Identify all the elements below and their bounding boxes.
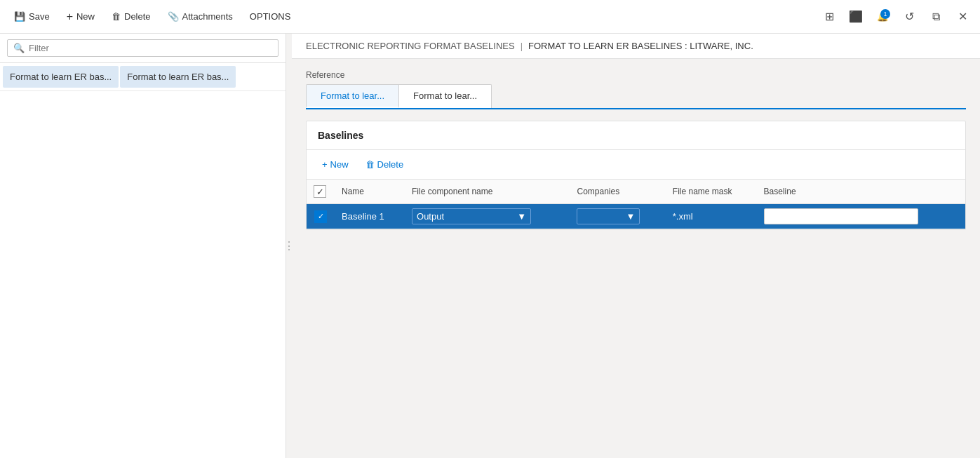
delete-button[interactable]: 🗑 Delete <box>105 7 158 26</box>
row-checkbox[interactable]: ✓ <box>314 210 327 223</box>
companies-dropdown[interactable]: ▼ <box>577 208 640 224</box>
attachments-label: Attachments <box>182 11 233 22</box>
baselines-table-scroll: ✓ Name File component name Companies Fil… <box>307 180 965 229</box>
options-label: OPTIONS <box>250 11 291 22</box>
restore-icon[interactable]: ⧉ <box>925 6 946 27</box>
delete-icon: 🗑 <box>112 11 121 22</box>
content-area: Reference Format to lear... Format to le… <box>292 59 980 458</box>
reference-tabs: Format to lear... Format to lear... <box>306 84 966 109</box>
close-icon[interactable]: ✕ <box>952 6 973 27</box>
new-button[interactable]: + New <box>60 6 102 27</box>
main-layout: 🔍 Format to learn ER bas... Format to le… <box>0 34 980 458</box>
col-check: ✓ <box>307 180 335 204</box>
reference-label: Reference <box>306 70 966 80</box>
trash-icon: 🗑 <box>365 159 375 170</box>
breadcrumb: ELECTRONIC REPORTING FORMAT BASELINES | … <box>292 34 980 59</box>
row-name: Baseline 1 <box>335 204 405 229</box>
row-companies: ▼ <box>570 204 665 229</box>
filter-box: 🔍 <box>0 34 286 63</box>
companies-arrow-icon: ▼ <box>626 211 636 222</box>
col-baseline: Baseline <box>757 180 965 204</box>
list-item[interactable]: Format to learn ER bas... <box>120 66 236 88</box>
col-file-mask: File name mask <box>666 180 757 204</box>
col-file-component: File component name <box>405 180 570 204</box>
reference-tab-1[interactable]: Format to lear... <box>306 84 399 108</box>
baseline-value: out.Admin <box>769 211 810 222</box>
save-button[interactable]: 💾 Save <box>7 7 57 26</box>
save-label: Save <box>29 11 50 22</box>
right-panel: ELECTRONIC REPORTING FORMAT BASELINES | … <box>292 34 980 458</box>
reference-tab-2[interactable]: Format to lear... <box>399 84 492 108</box>
attachments-button[interactable]: 📎 Attachments <box>161 7 240 26</box>
plus-icon: + <box>67 11 73 23</box>
filter-input[interactable] <box>29 43 272 53</box>
office-icon[interactable]: ⬛ <box>845 6 866 27</box>
breadcrumb-separator: | <box>521 41 523 51</box>
delete-label: Delete <box>124 11 151 22</box>
panel-resizer[interactable]: ⋮ <box>286 34 292 458</box>
col-name: Name <box>335 180 405 204</box>
plus-icon: + <box>322 159 328 170</box>
row-file-component: Output ▼ <box>405 204 570 229</box>
baselines-title: Baselines <box>307 121 965 150</box>
file-component-value: Output <box>417 211 444 222</box>
list-items: Format to learn ER bas... Format to lear… <box>0 63 286 91</box>
notification-icon[interactable]: 🔔 1 <box>872 6 893 27</box>
file-component-cell: Output ▼ <box>412 208 563 224</box>
row-file-mask: *.xml <box>666 204 757 229</box>
refresh-icon[interactable]: ↺ <box>899 6 920 27</box>
baselines-delete-button[interactable]: 🗑 Delete <box>358 156 411 173</box>
reference-section: Reference Format to lear... Format to le… <box>306 70 966 109</box>
baseline-dropdown[interactable]: out.Admin ▼ <box>764 208 918 224</box>
list-item[interactable]: Format to learn ER bas... <box>3 66 119 88</box>
left-panel: 🔍 Format to learn ER bas... Format to le… <box>0 34 286 458</box>
toolbar-right: ⊞ ⬛ 🔔 1 ↺ ⧉ ✕ <box>819 6 973 27</box>
baselines-toolbar: + New 🗑 Delete <box>307 150 965 180</box>
file-mask-value: *.xml <box>673 211 693 222</box>
baselines-new-label: New <box>330 159 349 170</box>
baselines-table: ✓ Name File component name Companies Fil… <box>307 180 965 229</box>
options-button[interactable]: OPTIONS <box>243 7 298 26</box>
header-checkbox[interactable]: ✓ <box>314 185 326 198</box>
search-icon: 🔍 <box>13 43 25 53</box>
grid-icon[interactable]: ⊞ <box>819 6 840 27</box>
row-baseline: out.Admin ▼ <box>757 204 965 229</box>
notification-badge: 1 <box>880 9 890 19</box>
dropdown-arrow-icon: ▼ <box>517 211 526 222</box>
file-component-dropdown[interactable]: Output ▼ <box>412 208 531 224</box>
table-row[interactable]: ✓ Baseline 1 Output ▼ <box>307 204 965 229</box>
baselines-new-button[interactable]: + New <box>315 156 356 173</box>
breadcrumb-part2: FORMAT TO LEARN ER BASELINES : LITWARE, … <box>528 41 753 51</box>
baselines-delete-label: Delete <box>377 159 404 170</box>
col-companies: Companies <box>570 180 665 204</box>
save-icon: 💾 <box>14 11 25 22</box>
filter-input-wrap: 🔍 <box>7 39 278 57</box>
paperclip-icon: 📎 <box>168 11 179 22</box>
new-label: New <box>76 11 95 22</box>
row-check-cell: ✓ <box>307 204 335 229</box>
baselines-card: Baselines + New 🗑 Delete <box>306 121 966 230</box>
main-toolbar: 💾 Save + New 🗑 Delete 📎 Attachments OPTI… <box>0 0 980 34</box>
breadcrumb-part1: ELECTRONIC REPORTING FORMAT BASELINES <box>306 41 515 51</box>
baseline-arrow-icon: ▼ <box>904 211 913 222</box>
